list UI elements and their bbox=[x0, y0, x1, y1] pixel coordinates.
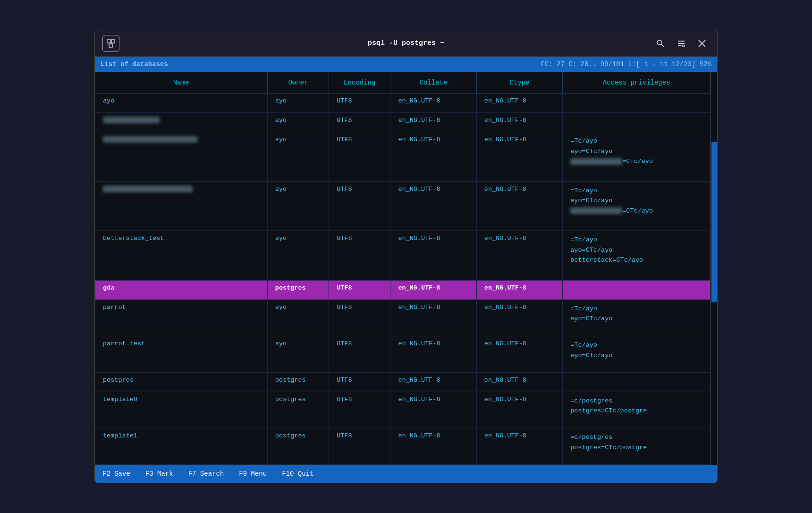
table-row[interactable]: parrotayoUTF8en_NG.UTF-8en_NG.UTF-8=Tc/a… bbox=[95, 299, 710, 336]
cell-ctype: en_NG.UTF-8 bbox=[476, 336, 562, 372]
cell-ctype: en_NG.UTF-8 bbox=[476, 181, 562, 231]
f2-key: F2 bbox=[102, 470, 114, 478]
cell-collate: en_NG.UTF-8 bbox=[390, 336, 476, 372]
table-row[interactable]: ██████████ayoUTF8en_NG.UTF-8en_NG.UTF-8=… bbox=[95, 181, 710, 231]
status-right-text: FC: 27 C: 28.. 99/101 L:[ 1 + 11 12/23] … bbox=[541, 60, 711, 68]
bottombar-f3[interactable]: F3 Mark bbox=[145, 470, 173, 478]
content-area: Name Owner Encoding Collate Ctype Access… bbox=[95, 72, 717, 465]
cell-owner: ayo bbox=[267, 94, 329, 113]
f7-label: Search bbox=[200, 470, 224, 478]
cell-owner: postgres bbox=[267, 372, 329, 392]
f3-key: F3 bbox=[145, 470, 157, 478]
status-bar-top: List of databases FC: 27 C: 28.. 99/101 … bbox=[95, 57, 717, 72]
col-header-name: Name bbox=[95, 72, 268, 94]
bottombar-f10[interactable]: F10 Quit bbox=[282, 470, 313, 478]
cell-access bbox=[563, 112, 710, 132]
cell-collate: en_NG.UTF-8 bbox=[390, 299, 476, 336]
cell-name: ██████████ bbox=[95, 132, 268, 181]
cell-encoding: UTF8 bbox=[329, 112, 390, 132]
cell-encoding: UTF8 bbox=[329, 428, 390, 464]
cell-ctype: en_NG.UTF-8 bbox=[476, 428, 562, 464]
cell-owner: ayo bbox=[267, 231, 329, 281]
table-row[interactable]: gdapostgresUTF8en_NG.UTF-8en_NG.UTF-8 bbox=[95, 280, 710, 299]
f7-key: F7 bbox=[188, 470, 200, 478]
window-icon[interactable] bbox=[102, 35, 119, 52]
cell-name: template1 bbox=[95, 428, 268, 464]
title-bar: psql -U postgres ~ bbox=[95, 30, 717, 57]
cell-encoding: UTF8 bbox=[329, 392, 390, 428]
svg-point-4 bbox=[657, 40, 662, 45]
table-row[interactable]: parrot_testayoUTF8en_NG.UTF-8en_NG.UTF-8… bbox=[95, 336, 710, 372]
cell-encoding: UTF8 bbox=[329, 181, 390, 231]
svg-line-5 bbox=[661, 44, 664, 47]
cell-collate: en_NG.UTF-8 bbox=[390, 428, 476, 464]
cell-access: =Tc/ayoayo=CTc/ayo███████=CTc/ayo bbox=[563, 132, 710, 181]
table-row[interactable]: ██████████ayoUTF8en_NG.UTF-8en_NG.UTF-8=… bbox=[95, 132, 710, 181]
cell-encoding: UTF8 bbox=[329, 299, 390, 336]
col-header-owner: Owner bbox=[267, 72, 329, 94]
col-header-ctype: Ctype bbox=[476, 72, 562, 94]
table-row[interactable]: template0postgresUTF8en_NG.UTF-8en_NG.UT… bbox=[95, 392, 710, 428]
cell-name: gda bbox=[95, 280, 268, 299]
f2-label: Save bbox=[114, 470, 130, 478]
cell-access: =c/postgrespostgres=CTc/postgre bbox=[563, 428, 710, 464]
databases-table: Name Owner Encoding Collate Ctype Access… bbox=[95, 72, 710, 465]
bottombar-f7[interactable]: F7 Search bbox=[188, 470, 224, 478]
cell-encoding: UTF8 bbox=[329, 372, 390, 392]
cell-access: =c/postgrespostgres=CTc/postgre bbox=[563, 392, 710, 428]
table-row[interactable]: ayoayoUTF8en_NG.UTF-8en_NG.UTF-8 bbox=[95, 94, 710, 113]
table-row[interactable]: template1postgresUTF8en_NG.UTF-8en_NG.UT… bbox=[95, 428, 710, 464]
cell-encoding: UTF8 bbox=[329, 336, 390, 372]
cell-ctype: en_NG.UTF-8 bbox=[476, 94, 562, 113]
cell-encoding: UTF8 bbox=[329, 132, 390, 181]
bottombar-f9[interactable]: F9 Menu bbox=[239, 470, 267, 478]
cell-access bbox=[563, 280, 710, 299]
cell-owner: postgres bbox=[267, 280, 329, 299]
cell-access: =Tc/ayoayo=CTc/ayobetterstack=CTc/ayo bbox=[563, 231, 710, 281]
cell-ctype: en_NG.UTF-8 bbox=[476, 299, 562, 336]
cell-name: parrot bbox=[95, 299, 268, 336]
cell-ctype: en_NG.UTF-8 bbox=[476, 132, 562, 181]
cell-access bbox=[563, 372, 710, 392]
cell-ctype: en_NG.UTF-8 bbox=[476, 280, 562, 299]
search-button[interactable] bbox=[653, 36, 668, 51]
svg-rect-2 bbox=[109, 44, 112, 47]
table-header-row: Name Owner Encoding Collate Ctype Access… bbox=[95, 72, 710, 94]
scrollbar-thumb[interactable] bbox=[711, 142, 717, 302]
status-left-text: List of databases bbox=[101, 60, 168, 68]
cell-owner: ayo bbox=[267, 132, 329, 181]
table-body: ayoayoUTF8en_NG.UTF-8en_NG.UTF-8████████… bbox=[95, 94, 710, 465]
cell-collate: en_NG.UTF-8 bbox=[390, 231, 476, 281]
cell-name: betterstack_test bbox=[95, 231, 268, 281]
cell-name: template0 bbox=[95, 392, 268, 428]
bottombar-f2[interactable]: F2 Save bbox=[102, 470, 130, 478]
cell-ctype: en_NG.UTF-8 bbox=[476, 112, 562, 132]
title-bar-left bbox=[102, 35, 119, 52]
cell-owner: ayo bbox=[267, 336, 329, 372]
cell-owner: ayo bbox=[267, 181, 329, 231]
cell-access: =Tc/ayoayo=CTc/ayo███████=CTc/ayo bbox=[563, 181, 710, 231]
table-row[interactable]: postgrespostgresUTF8en_NG.UTF-8en_NG.UTF… bbox=[95, 372, 710, 392]
cell-ctype: en_NG.UTF-8 bbox=[476, 392, 562, 428]
svg-rect-1 bbox=[111, 40, 115, 43]
svg-point-9 bbox=[683, 45, 685, 47]
cell-owner: ayo bbox=[267, 299, 329, 336]
cell-encoding: UTF8 bbox=[329, 94, 390, 113]
main-window: psql -U postgres ~ bbox=[94, 30, 718, 483]
close-button[interactable] bbox=[694, 36, 710, 51]
cell-access bbox=[563, 94, 710, 113]
title-bar-controls bbox=[653, 36, 710, 51]
f10-label: Quit bbox=[298, 470, 314, 478]
f9-key: F9 bbox=[239, 470, 251, 478]
col-header-access: Access privileges bbox=[563, 72, 710, 94]
cell-ctype: en_NG.UTF-8 bbox=[476, 372, 562, 392]
cell-name: postgres bbox=[95, 372, 268, 392]
table-row[interactable]: betterstack_testayoUTF8en_NG.UTF-8en_NG.… bbox=[95, 231, 710, 281]
cell-name: parrot_test bbox=[95, 336, 268, 372]
list-button[interactable] bbox=[674, 36, 689, 51]
table-row[interactable]: ██████████ayoUTF8en_NG.UTF-8en_NG.UTF-8 bbox=[95, 112, 710, 132]
window-title: psql -U postgres ~ bbox=[368, 39, 444, 47]
cell-name: ayo bbox=[95, 94, 268, 113]
scrollbar[interactable] bbox=[710, 72, 717, 465]
cell-access: =Tc/ayoayo=CTc/ayo bbox=[563, 336, 710, 372]
